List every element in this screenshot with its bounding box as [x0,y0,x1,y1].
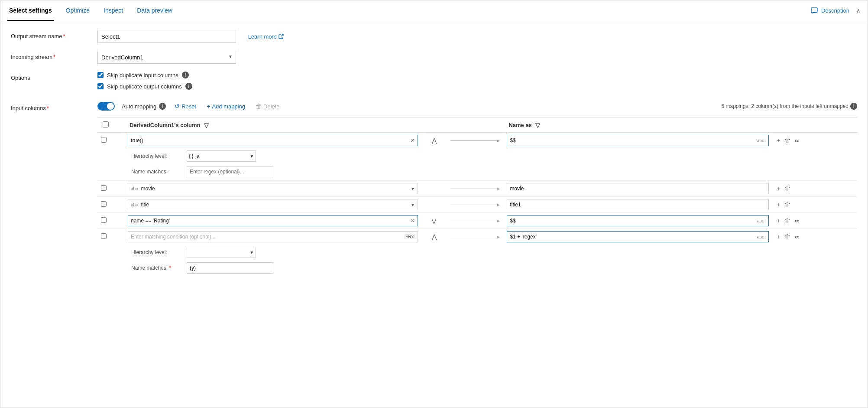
row1-sub-namematches-td: Name matches: [124,164,503,181]
row2-target-input[interactable] [507,183,769,194]
row4-delete-btn[interactable]: 🗑 [784,216,791,225]
row1-sub-hierarchy-td: Hierarchy level: { } a ▼ [124,148,503,164]
row4-checkbox[interactable] [101,217,107,223]
row1-source-input[interactable]: true() ✕ [128,135,418,146]
skip-input-info-icon[interactable]: i [182,72,189,78]
row3-checkbox[interactable] [101,201,107,207]
tab-select-settings[interactable]: Select settings [7,0,54,21]
row4-actions: + 🗑 ∞ [772,213,857,229]
skip-duplicate-input-label: Skip duplicate input columns [107,72,178,78]
row5-namematches-row: Name matches: * [128,261,500,275]
th-check [97,118,124,133]
row1-action-buttons: + 🗑 ∞ [776,136,854,145]
row5-sub-hierarchy: Hierarchy level: ▼ [97,245,857,260]
row5-add-btn[interactable]: + [776,232,781,241]
row1-arrow [447,133,504,149]
target-filter-icon[interactable]: ▽ [535,122,540,129]
row1-namematches-label: Name matches: [131,169,183,175]
row1-namematches-input[interactable] [187,166,273,177]
incoming-stream-row: Incoming stream* DerivedColumn1 ▼ [11,51,857,64]
row2-action-buttons: + 🗑 [776,184,854,193]
row3-target-input[interactable] [507,199,769,210]
mapping-info-icon[interactable]: i [850,103,857,110]
delete-button[interactable]: 🗑 Delete [254,103,282,110]
row1-checkbox[interactable] [101,137,107,143]
table-header: DerivedColumn1's column ▽ Name as ▽ [97,118,857,133]
row5-namematches-label: Name matches: * [131,265,183,271]
table-row: abc movie ▼ [97,181,857,197]
row4-link-btn[interactable]: ∞ [794,216,800,225]
row5-link-btn[interactable]: ∞ [794,232,800,241]
row4-target-input[interactable]: $$ abc [507,215,769,226]
row5-sub-namematches-td: Name matches: * [124,260,503,277]
header-checkbox[interactable] [103,121,109,127]
row1-source-clear-icon[interactable]: ✕ [411,137,415,144]
output-stream-input[interactable] [97,30,236,43]
row3-arrow-line [450,203,500,207]
row5-hierarchy-select[interactable]: ▼ [187,247,256,258]
row2-target [503,181,772,197]
table-row: true() ✕ ⋀ [97,133,857,149]
row4-expand: ⋁ [421,213,447,229]
row1-add-btn[interactable]: + [776,136,781,145]
row4-target: $$ abc [503,213,772,229]
row1-hierarchy-select[interactable]: { } a ▼ [187,150,256,162]
row4-expand-icon[interactable]: ⋁ [432,218,436,224]
incoming-stream-select[interactable]: DerivedColumn1 [97,51,236,64]
external-link-icon [279,34,284,39]
row2-delete-btn[interactable]: 🗑 [784,184,791,193]
input-columns-toolbar: Auto mapping i ↺ Reset + Add mapping 🗑 D… [97,102,857,111]
row2-arrow [447,181,504,197]
row4-source-clear-icon[interactable]: ✕ [411,218,415,224]
reset-button[interactable]: ↺ Reset [173,103,198,110]
row5-expand: ⋀ [421,229,447,245]
row4-source-input[interactable]: name == 'Rating' ✕ [128,215,418,226]
row3-source-input[interactable]: abc title ▼ [128,199,418,210]
row5-namematches-input[interactable] [187,262,273,274]
tab-optimize[interactable]: Optimize [64,0,91,21]
row5-source-input[interactable]: Enter matching condition (optional)... A… [128,231,418,242]
source-filter-icon[interactable]: ▽ [204,122,209,129]
row2-checkbox[interactable] [101,185,107,191]
th-actions [772,118,857,133]
row5-checkbox[interactable] [101,233,107,239]
table-row: Enter matching condition (optional)... A… [97,229,857,245]
app-container: Select settings Optimize Inspect Data pr… [0,0,868,408]
row1-link-btn[interactable]: ∞ [794,136,800,145]
row1-target-input[interactable]: $$ abc [507,135,769,146]
row3-delete-btn[interactable]: 🗑 [784,200,791,209]
row4-add-btn[interactable]: + [776,216,781,225]
row1-arrow-line [450,139,500,143]
skip-duplicate-input-checkbox[interactable] [97,72,104,78]
row5-expand-icon[interactable]: ⋀ [432,233,437,240]
row2-source-input[interactable]: abc movie ▼ [128,183,418,194]
description-button[interactable]: Description ∧ [811,7,861,14]
row5-target-input[interactable]: $1 + 'regex' abc [507,231,769,242]
row3-add-btn[interactable]: + [776,200,781,209]
row3-check [97,197,124,213]
row5-sub-namematches: Name matches: * [97,260,857,277]
row2-source-wrapper: abc movie ▼ [128,183,418,194]
output-stream-control: Learn more [97,30,857,43]
reset-icon: ↺ [175,103,180,110]
options-control: Skip duplicate input columns i Skip dupl… [97,72,857,94]
row5-delete-btn[interactable]: 🗑 [784,232,791,241]
auto-mapping-info-icon[interactable]: i [159,103,166,110]
tab-data-preview[interactable]: Data preview [135,0,174,21]
auto-mapping-toggle[interactable] [97,102,115,111]
learn-more-link[interactable]: Learn more [248,31,284,40]
any-badge: ANY [404,234,415,239]
row5-hierarchy-label: Hierarchy level: [131,249,183,255]
add-mapping-button[interactable]: + Add mapping [205,103,247,110]
table-row: name == 'Rating' ✕ ⋁ [97,213,857,229]
row2-add-btn[interactable]: + [776,184,781,193]
th-nameas: Name as ▽ [503,118,772,133]
row2-expand [421,181,447,197]
row4-arrow-line [450,219,500,223]
tab-inspect[interactable]: Inspect [102,0,125,21]
row1-delete-btn[interactable]: 🗑 [784,136,791,145]
collapse-icon[interactable]: ∧ [856,7,861,14]
skip-duplicate-output-checkbox[interactable] [97,83,104,89]
row1-expand-icon[interactable]: ⋀ [432,137,437,144]
skip-output-info-icon[interactable]: i [185,83,192,90]
